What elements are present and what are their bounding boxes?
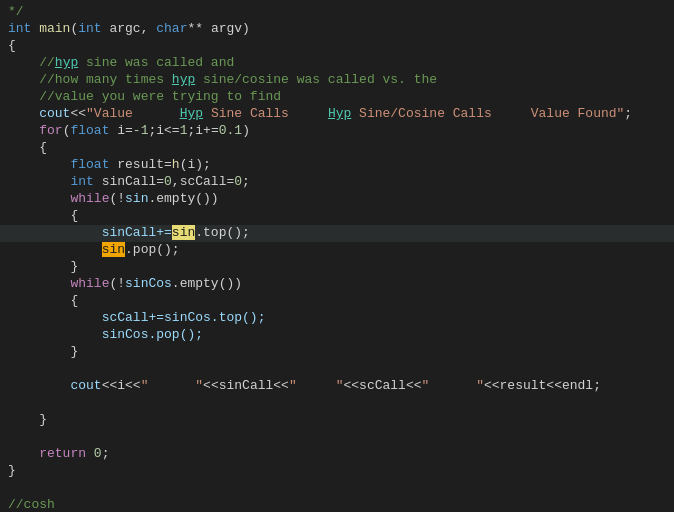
hyp-link[interactable]: hyp — [172, 72, 195, 87]
code-line: cout<<"Value Hyp Sine Calls Hyp Sine/Cos… — [0, 106, 674, 123]
code-line: //cosh — [0, 497, 674, 512]
code-line: //value you were trying to find — [0, 89, 674, 106]
code-line: float result=h(i); — [0, 157, 674, 174]
code-line: return 0; — [0, 446, 674, 463]
code-line: for(float i=-1;i<=1;i+=0.1) — [0, 123, 674, 140]
code-line — [0, 361, 674, 378]
code-line: int main(int argc, char** argv) — [0, 21, 674, 38]
hyp-link[interactable]: hyp — [55, 55, 78, 70]
code-line: } — [0, 259, 674, 276]
code-line: } — [0, 412, 674, 429]
code-line: } — [0, 463, 674, 480]
hyp-link[interactable]: Hyp — [328, 106, 351, 121]
code-line-highlighted: sinCall+=sin.top(); — [0, 225, 674, 242]
code-line: scCall+=sinCos.top(); — [0, 310, 674, 327]
code-line: //how many times hyp sine/cosine was cal… — [0, 72, 674, 89]
code-line: } — [0, 344, 674, 361]
sin-highlight2: sin — [102, 242, 125, 257]
code-line: { — [0, 38, 674, 55]
code-line: { — [0, 293, 674, 310]
code-line: */ — [0, 4, 674, 21]
code-line: while(!sinCos.empty()) — [0, 276, 674, 293]
hyp-link[interactable]: Hyp — [180, 106, 203, 121]
code-line: sin.pop(); — [0, 242, 674, 259]
sin-highlight: sin — [172, 225, 195, 240]
code-line — [0, 429, 674, 446]
code-line — [0, 480, 674, 497]
code-line: { — [0, 208, 674, 225]
code-line — [0, 395, 674, 412]
code-line: { — [0, 140, 674, 157]
code-line: while(!sin.empty()) — [0, 191, 674, 208]
code-line: sinCos.pop(); — [0, 327, 674, 344]
code-editor: */ int main(int argc, char** argv) { //h… — [0, 0, 674, 512]
code-line: //hyp sine was called and — [0, 55, 674, 72]
code-line: cout<<i<<" "<<sinCall<<" "<<scCall<<" "<… — [0, 378, 674, 395]
code-line: int sinCall=0,scCall=0; — [0, 174, 674, 191]
